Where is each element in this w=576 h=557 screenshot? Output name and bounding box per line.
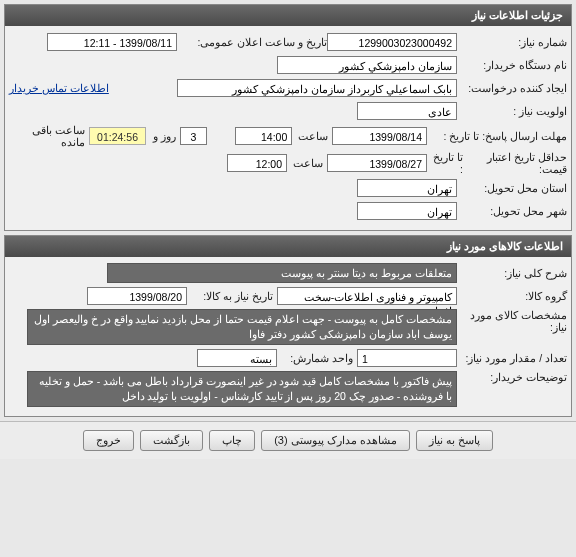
deadline-time-field: 14:00 <box>235 127 292 145</box>
desc-field: متعلقات مربوط به دیتا سنتر به پیوست <box>107 263 457 283</box>
row-buyer-notes: توضیحات خریدار: پیش فاکتور با مشخصات کام… <box>9 371 567 407</box>
deadline-date-field: 1399/08/14 <box>332 127 427 145</box>
province-label: استان محل تحویل: <box>457 182 567 194</box>
spec-field: مشخصات کامل به پیوست - جهت اعلام قیمت حت… <box>27 309 457 345</box>
priority-label: اولویت نیاز : <box>457 105 567 117</box>
validity-to-label: تا تاریخ : <box>427 151 467 175</box>
row-city: شهر محل تحویل: تهران <box>9 201 567 221</box>
time-label-2: ساعت <box>287 157 327 169</box>
priority-field: عادی <box>357 102 457 120</box>
panel1-body: شماره نیاز: 1299003023000492 تاریخ و ساع… <box>5 26 571 230</box>
goods-info-panel: اطلاعات کالاهای مورد نیاز شرح کلی نیاز: … <box>4 235 572 417</box>
button-bar: پاسخ به نیاز مشاهده مدارک پیوستی (3) چاپ… <box>0 421 576 459</box>
remaining-label: ساعت باقی مانده <box>9 124 89 148</box>
panel2-body: شرح کلی نیاز: متعلقات مربوط به دیتا سنتر… <box>5 257 571 416</box>
province-field: تهران <box>357 179 457 197</box>
row-desc: شرح کلی نیاز: متعلقات مربوط به دیتا سنتر… <box>9 263 567 283</box>
validity-date-field: 1399/08/27 <box>327 154 427 172</box>
row-province: استان محل تحویل: تهران <box>9 178 567 198</box>
row-need-no: شماره نیاز: 1299003023000492 تاریخ و ساع… <box>9 32 567 52</box>
remaining-time-field: 01:24:56 <box>89 127 146 145</box>
group-label: گروه کالا: <box>457 290 567 302</box>
need-no-label: شماره نیاز: <box>457 36 567 48</box>
time-label-1: ساعت <box>292 130 332 142</box>
panel1-header: جزئیات اطلاعات نیاز <box>5 5 571 26</box>
need-no-field: 1299003023000492 <box>327 33 457 51</box>
day-and-label: روز و <box>146 130 180 142</box>
row-group: گروه کالا: کامپیوتر و فناوری اطلاعات-سخت… <box>9 286 567 306</box>
row-creator: ایجاد کننده درخواست: بابک اسماعیلي کاربر… <box>9 78 567 98</box>
deadline-reply-label: مهلت ارسال پاسخ: تا تاریخ : <box>427 130 567 142</box>
day-count-field: 3 <box>180 127 207 145</box>
buyer-notes-label: توضیحات خریدار: <box>457 371 567 383</box>
print-button[interactable]: چاپ <box>209 430 255 451</box>
creator-field: بابک اسماعیلي کاربرداز سازمان دامپزشکي ک… <box>177 79 457 97</box>
qty-field: 1 <box>357 349 457 367</box>
row-validity: حداقل تاریخ اعتبار قیمت: تا تاریخ : 1399… <box>9 151 567 175</box>
row-device: نام دستگاه خریدار: سازمان دامپزشکي کشور <box>9 55 567 75</box>
desc-label: شرح کلی نیاز: <box>457 267 567 279</box>
need-details-panel: جزئیات اطلاعات نیاز شماره نیاز: 12990030… <box>4 4 572 231</box>
need-until-label: تاریخ نیاز به کالا: <box>187 290 277 302</box>
row-qty: تعداد / مقدار مورد نیاز: 1 واحد شمارش: ب… <box>9 348 567 368</box>
group-field: کامپیوتر و فناوری اطلاعات-سخت افزار <box>277 287 457 305</box>
back-button[interactable]: بازگشت <box>140 430 203 451</box>
public-dt-label: تاریخ و ساعت اعلان عمومی: <box>177 36 327 48</box>
spec-label: مشخصات کالای مورد نیاز: <box>457 309 567 333</box>
panel2-header: اطلاعات کالاهای مورد نیاز <box>5 236 571 257</box>
validity-label: حداقل تاریخ اعتبار قیمت: <box>467 151 567 175</box>
qty-label: تعداد / مقدار مورد نیاز: <box>457 352 567 364</box>
row-priority: اولویت نیاز : عادی <box>9 101 567 121</box>
need-until-field: 1399/08/20 <box>87 287 187 305</box>
attachments-button[interactable]: مشاهده مدارک پیوستی (3) <box>261 430 410 451</box>
contact-link[interactable]: اطلاعات تماس خریدار <box>9 82 109 94</box>
buyer-notes-field: پیش فاکتور با مشخصات کامل قید شود در غیر… <box>27 371 457 407</box>
public-dt-field: 1399/08/11 - 12:11 <box>47 33 177 51</box>
unit-label: واحد شمارش: <box>277 352 357 364</box>
reply-button[interactable]: پاسخ به نیاز <box>416 430 493 451</box>
city-field: تهران <box>357 202 457 220</box>
row-deadline: مهلت ارسال پاسخ: تا تاریخ : 1399/08/14 س… <box>9 124 567 148</box>
device-field: سازمان دامپزشکي کشور <box>277 56 457 74</box>
creator-label: ایجاد کننده درخواست: <box>457 82 567 94</box>
device-label: نام دستگاه خریدار: <box>457 59 567 71</box>
row-spec: مشخصات کالای مورد نیاز: مشخصات کامل به پ… <box>9 309 567 345</box>
city-label: شهر محل تحویل: <box>457 205 567 217</box>
unit-field: بسته <box>197 349 277 367</box>
exit-button[interactable]: خروج <box>83 430 134 451</box>
validity-time-field: 12:00 <box>227 154 287 172</box>
